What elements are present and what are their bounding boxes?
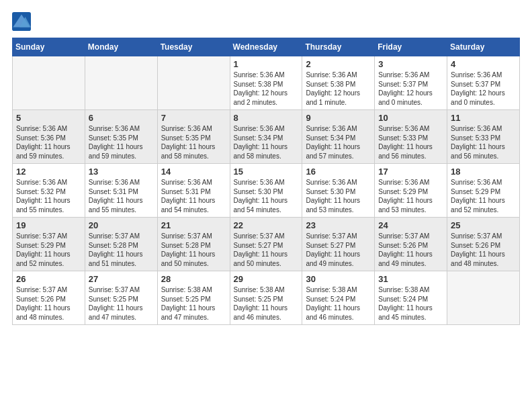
day-number: 8 <box>234 113 299 123</box>
day-info: Sunrise: 5:37 AM Sunset: 5:25 PM Dayligh… <box>89 285 154 322</box>
day-number: 27 <box>89 274 154 284</box>
day-info: Sunrise: 5:36 AM Sunset: 5:36 PM Dayligh… <box>16 124 81 161</box>
day-info: Sunrise: 5:36 AM Sunset: 5:33 PM Dayligh… <box>451 124 516 161</box>
calendar-cell: 12Sunrise: 5:36 AM Sunset: 5:32 PM Dayli… <box>13 164 85 218</box>
header <box>12 12 520 31</box>
day-number: 25 <box>451 220 516 230</box>
day-info: Sunrise: 5:36 AM Sunset: 5:38 PM Dayligh… <box>234 71 299 107</box>
day-number: 23 <box>306 220 371 230</box>
calendar-cell: 25Sunrise: 5:37 AM Sunset: 5:26 PM Dayli… <box>447 218 520 271</box>
calendar-table: SundayMondayTuesdayWednesdayThursdayFrid… <box>12 38 520 325</box>
weekday-header: Sunday <box>13 38 85 56</box>
calendar-cell: 26Sunrise: 5:37 AM Sunset: 5:26 PM Dayli… <box>13 271 85 325</box>
calendar-week-row: 19Sunrise: 5:37 AM Sunset: 5:29 PM Dayli… <box>13 218 520 271</box>
day-info: Sunrise: 5:36 AM Sunset: 5:30 PM Dayligh… <box>234 178 299 214</box>
day-info: Sunrise: 5:37 AM Sunset: 5:26 PM Dayligh… <box>16 285 81 322</box>
day-number: 10 <box>378 113 443 123</box>
calendar-cell: 23Sunrise: 5:37 AM Sunset: 5:27 PM Dayli… <box>302 218 375 271</box>
day-info: Sunrise: 5:36 AM Sunset: 5:30 PM Dayligh… <box>306 178 371 214</box>
calendar-week-row: 5Sunrise: 5:36 AM Sunset: 5:36 PM Daylig… <box>13 110 520 164</box>
calendar-cell <box>13 56 85 110</box>
calendar-cell: 15Sunrise: 5:36 AM Sunset: 5:30 PM Dayli… <box>230 164 302 218</box>
weekday-header: Thursday <box>302 38 375 56</box>
weekday-header: Tuesday <box>157 38 230 56</box>
calendar-cell: 3Sunrise: 5:36 AM Sunset: 5:37 PM Daylig… <box>375 56 447 110</box>
day-number: 31 <box>378 274 443 284</box>
day-number: 1 <box>234 59 299 69</box>
day-info: Sunrise: 5:36 AM Sunset: 5:37 PM Dayligh… <box>378 71 443 107</box>
day-info: Sunrise: 5:36 AM Sunset: 5:31 PM Dayligh… <box>89 178 154 214</box>
weekday-header-row: SundayMondayTuesdayWednesdayThursdayFrid… <box>13 38 520 56</box>
calendar-cell: 19Sunrise: 5:37 AM Sunset: 5:29 PM Dayli… <box>13 218 85 271</box>
calendar-cell: 17Sunrise: 5:36 AM Sunset: 5:29 PM Dayli… <box>375 164 447 218</box>
day-info: Sunrise: 5:36 AM Sunset: 5:31 PM Dayligh… <box>161 178 226 214</box>
day-number: 29 <box>234 274 299 284</box>
weekday-header: Friday <box>375 38 447 56</box>
day-number: 26 <box>16 274 81 284</box>
calendar-cell: 2Sunrise: 5:36 AM Sunset: 5:38 PM Daylig… <box>302 56 375 110</box>
day-number: 24 <box>378 220 443 230</box>
day-info: Sunrise: 5:38 AM Sunset: 5:24 PM Dayligh… <box>306 285 371 322</box>
weekday-header: Monday <box>85 38 157 56</box>
day-info: Sunrise: 5:37 AM Sunset: 5:29 PM Dayligh… <box>16 232 81 268</box>
calendar-cell: 6Sunrise: 5:36 AM Sunset: 5:35 PM Daylig… <box>85 110 157 164</box>
calendar-cell: 18Sunrise: 5:36 AM Sunset: 5:29 PM Dayli… <box>447 164 520 218</box>
day-number: 20 <box>89 220 154 230</box>
day-info: Sunrise: 5:36 AM Sunset: 5:34 PM Dayligh… <box>234 124 299 161</box>
weekday-header: Wednesday <box>230 38 302 56</box>
day-info: Sunrise: 5:36 AM Sunset: 5:34 PM Dayligh… <box>306 124 371 161</box>
day-info: Sunrise: 5:37 AM Sunset: 5:26 PM Dayligh… <box>451 232 516 268</box>
calendar-cell: 24Sunrise: 5:37 AM Sunset: 5:26 PM Dayli… <box>375 218 447 271</box>
day-number: 28 <box>161 274 226 284</box>
day-info: Sunrise: 5:36 AM Sunset: 5:37 PM Dayligh… <box>451 71 516 107</box>
calendar-cell: 5Sunrise: 5:36 AM Sunset: 5:36 PM Daylig… <box>13 110 85 164</box>
day-info: Sunrise: 5:37 AM Sunset: 5:28 PM Dayligh… <box>161 232 226 268</box>
day-number: 30 <box>306 274 371 284</box>
day-number: 12 <box>16 167 81 177</box>
day-number: 2 <box>306 59 371 69</box>
day-number: 4 <box>451 59 516 69</box>
day-number: 11 <box>451 113 516 123</box>
calendar-cell: 1Sunrise: 5:36 AM Sunset: 5:38 PM Daylig… <box>230 56 302 110</box>
calendar-cell: 28Sunrise: 5:38 AM Sunset: 5:25 PM Dayli… <box>157 271 230 325</box>
day-number: 9 <box>306 113 371 123</box>
day-info: Sunrise: 5:37 AM Sunset: 5:27 PM Dayligh… <box>234 232 299 268</box>
logo <box>12 12 34 31</box>
calendar-cell: 11Sunrise: 5:36 AM Sunset: 5:33 PM Dayli… <box>447 110 520 164</box>
day-info: Sunrise: 5:36 AM Sunset: 5:35 PM Dayligh… <box>89 124 154 161</box>
logo-icon <box>12 12 31 31</box>
day-number: 5 <box>16 113 81 123</box>
calendar-cell: 10Sunrise: 5:36 AM Sunset: 5:33 PM Dayli… <box>375 110 447 164</box>
day-number: 7 <box>161 113 226 123</box>
calendar-cell: 27Sunrise: 5:37 AM Sunset: 5:25 PM Dayli… <box>85 271 157 325</box>
calendar-week-row: 26Sunrise: 5:37 AM Sunset: 5:26 PM Dayli… <box>13 271 520 325</box>
calendar-cell: 29Sunrise: 5:38 AM Sunset: 5:25 PM Dayli… <box>230 271 302 325</box>
calendar-cell: 31Sunrise: 5:38 AM Sunset: 5:24 PM Dayli… <box>375 271 447 325</box>
day-info: Sunrise: 5:36 AM Sunset: 5:29 PM Dayligh… <box>378 178 443 214</box>
day-number: 21 <box>161 220 226 230</box>
calendar-cell <box>157 56 230 110</box>
day-number: 19 <box>16 220 81 230</box>
day-info: Sunrise: 5:38 AM Sunset: 5:25 PM Dayligh… <box>234 285 299 322</box>
day-info: Sunrise: 5:36 AM Sunset: 5:32 PM Dayligh… <box>16 178 81 214</box>
day-info: Sunrise: 5:38 AM Sunset: 5:25 PM Dayligh… <box>161 285 226 322</box>
calendar-cell: 22Sunrise: 5:37 AM Sunset: 5:27 PM Dayli… <box>230 218 302 271</box>
day-info: Sunrise: 5:37 AM Sunset: 5:26 PM Dayligh… <box>378 232 443 268</box>
day-number: 15 <box>234 167 299 177</box>
day-info: Sunrise: 5:37 AM Sunset: 5:28 PM Dayligh… <box>89 232 154 268</box>
calendar-cell: 9Sunrise: 5:36 AM Sunset: 5:34 PM Daylig… <box>302 110 375 164</box>
day-number: 16 <box>306 167 371 177</box>
calendar-cell: 20Sunrise: 5:37 AM Sunset: 5:28 PM Dayli… <box>85 218 157 271</box>
calendar-week-row: 1Sunrise: 5:36 AM Sunset: 5:38 PM Daylig… <box>13 56 520 110</box>
day-number: 13 <box>89 167 154 177</box>
day-info: Sunrise: 5:36 AM Sunset: 5:33 PM Dayligh… <box>378 124 443 161</box>
calendar-cell: 30Sunrise: 5:38 AM Sunset: 5:24 PM Dayli… <box>302 271 375 325</box>
calendar-cell <box>447 271 520 325</box>
day-info: Sunrise: 5:37 AM Sunset: 5:27 PM Dayligh… <box>306 232 371 268</box>
day-number: 14 <box>161 167 226 177</box>
calendar-cell: 8Sunrise: 5:36 AM Sunset: 5:34 PM Daylig… <box>230 110 302 164</box>
calendar-week-row: 12Sunrise: 5:36 AM Sunset: 5:32 PM Dayli… <box>13 164 520 218</box>
day-number: 17 <box>378 167 443 177</box>
page: SundayMondayTuesdayWednesdayThursdayFrid… <box>0 0 532 337</box>
day-info: Sunrise: 5:38 AM Sunset: 5:24 PM Dayligh… <box>378 285 443 322</box>
